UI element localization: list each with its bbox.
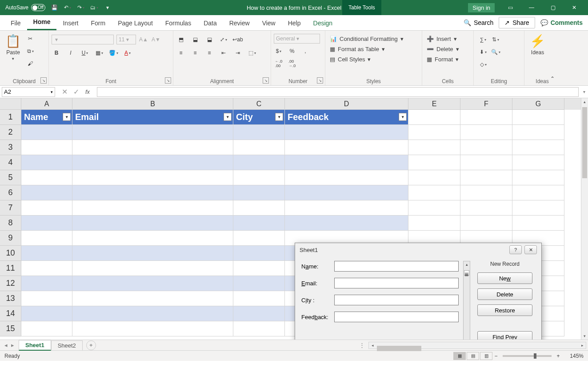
cell[interactable] <box>21 306 72 321</box>
orientation-icon[interactable]: ⤢ <box>219 35 228 44</box>
cell[interactable] <box>233 321 285 336</box>
ribbon-display-icon[interactable]: ▭ <box>500 1 520 14</box>
format-painter-icon[interactable]: 🖌 <box>25 59 35 68</box>
zoom-level[interactable]: 145% <box>561 353 584 359</box>
formula-input[interactable] <box>97 87 579 97</box>
minimize-icon[interactable]: — <box>521 1 542 14</box>
font-name-combo[interactable]: ▾ <box>52 35 114 44</box>
scroll-right-icon[interactable]: ▸ <box>579 343 586 348</box>
scroll-down-icon[interactable]: ▾ <box>581 332 588 340</box>
cell[interactable] <box>233 261 285 276</box>
column-header[interactable]: D <box>285 98 408 110</box>
cell[interactable] <box>512 200 564 216</box>
wrap-text-icon[interactable]: ↩ab <box>233 35 243 44</box>
scroll-up-icon[interactable]: ▴ <box>464 261 470 268</box>
close-icon[interactable]: ✕ <box>564 1 584 14</box>
row-header[interactable]: 12 <box>0 276 21 291</box>
cell[interactable] <box>512 155 564 170</box>
scroll-thumb[interactable] <box>582 107 587 178</box>
cell[interactable] <box>233 140 285 155</box>
row-header[interactable]: 2 <box>0 125 21 140</box>
find-select-icon[interactable]: 🔍 <box>491 47 500 57</box>
increase-font-icon[interactable]: A▲ <box>139 35 148 44</box>
collapse-ribbon-icon[interactable]: ⌃ <box>548 74 557 84</box>
cell[interactable] <box>460 110 512 125</box>
form-icon[interactable]: 🗂 <box>90 3 99 12</box>
merge-icon[interactable]: ⬚ <box>247 48 257 58</box>
align-center-icon[interactable]: ≡ <box>190 48 200 58</box>
field-input[interactable] <box>334 312 459 322</box>
underline-icon[interactable]: U <box>80 48 90 58</box>
field-input[interactable] <box>334 261 459 272</box>
align-left-icon[interactable]: ≡ <box>176 48 186 58</box>
font-size-combo[interactable]: 11 ▾ <box>116 35 136 44</box>
page-layout-view-icon[interactable]: ▤ <box>467 352 479 360</box>
tab-help[interactable]: Help <box>282 17 307 30</box>
copy-icon[interactable]: ⧉ <box>25 46 35 56</box>
tab-form[interactable]: Form <box>84 17 112 30</box>
cell[interactable] <box>285 140 408 155</box>
expand-formula-icon[interactable]: ▾ <box>580 89 588 94</box>
cell[interactable] <box>512 110 564 125</box>
align-middle-icon[interactable]: ⬓ <box>190 35 200 44</box>
cell[interactable] <box>408 216 460 231</box>
cell[interactable] <box>408 140 460 155</box>
cell[interactable] <box>72 276 233 291</box>
cell[interactable] <box>408 125 460 140</box>
cell[interactable] <box>72 306 233 321</box>
cell[interactable] <box>285 170 408 185</box>
bold-icon[interactable]: B <box>52 48 61 58</box>
cell[interactable] <box>408 170 460 185</box>
tab-view[interactable]: View <box>256 17 282 30</box>
cell[interactable] <box>460 125 512 140</box>
filter-dropdown-icon[interactable]: ▾ <box>224 113 232 121</box>
comments-button[interactable]: 💬 Comments <box>540 19 583 26</box>
column-header[interactable]: F <box>460 98 512 110</box>
cell[interactable] <box>285 155 408 170</box>
decrease-font-icon[interactable]: A▼ <box>151 35 161 44</box>
column-header[interactable]: G <box>512 98 564 110</box>
cell[interactable] <box>233 231 285 246</box>
cell[interactable] <box>512 185 564 200</box>
tab-data[interactable]: Data <box>197 17 223 30</box>
cell[interactable] <box>72 125 233 140</box>
normal-view-icon[interactable]: ▦ <box>453 352 466 360</box>
delete-cells-button[interactable]: ➖Delete▾ <box>427 45 459 53</box>
row-header[interactable]: 14 <box>0 306 21 321</box>
maximize-icon[interactable]: ▢ <box>543 1 563 14</box>
cell[interactable] <box>72 291 233 306</box>
tab-design[interactable]: Design <box>307 17 339 30</box>
cell[interactable] <box>512 170 564 185</box>
row-header[interactable]: 11 <box>0 261 21 276</box>
cell[interactable] <box>233 306 285 321</box>
cell[interactable] <box>72 170 233 185</box>
sort-filter-icon[interactable]: ⇅ <box>491 35 500 44</box>
sign-in-button[interactable]: Sign in <box>468 3 495 12</box>
number-format-combo[interactable]: General ▾ <box>274 34 320 44</box>
delete-button[interactable]: Delete <box>477 288 532 300</box>
row-header[interactable]: 10 <box>0 246 21 261</box>
cell[interactable] <box>233 276 285 291</box>
split-icon[interactable]: ⋮ <box>359 342 368 348</box>
cell[interactable] <box>233 185 285 200</box>
row-header[interactable]: 8 <box>0 216 21 231</box>
cell[interactable] <box>460 185 512 200</box>
cell[interactable] <box>21 231 72 246</box>
dialog-close-icon[interactable]: ✕ <box>524 245 537 254</box>
share-button[interactable]: ↗ Share <box>499 17 535 28</box>
cell[interactable] <box>512 216 564 231</box>
format-cells-button[interactable]: ▦Format▾ <box>427 55 459 64</box>
zoom-in-icon[interactable]: + <box>555 353 561 359</box>
select-all-corner[interactable] <box>0 98 21 110</box>
insert-cells-button[interactable]: ➕Insert▾ <box>427 35 457 43</box>
row-header[interactable]: 7 <box>0 200 21 216</box>
autosave-toggle[interactable]: AutoSave Off <box>5 4 45 11</box>
undo-icon[interactable]: ↶ <box>63 3 72 12</box>
cell[interactable] <box>72 185 233 200</box>
cell[interactable] <box>460 170 512 185</box>
dialog-help-icon[interactable]: ? <box>509 245 522 254</box>
cell[interactable] <box>460 200 512 216</box>
conditional-formatting-button[interactable]: 📊Conditional Formatting▾ <box>330 35 404 43</box>
scroll-up-icon[interactable]: ▴ <box>581 98 588 105</box>
cell[interactable] <box>72 246 233 261</box>
